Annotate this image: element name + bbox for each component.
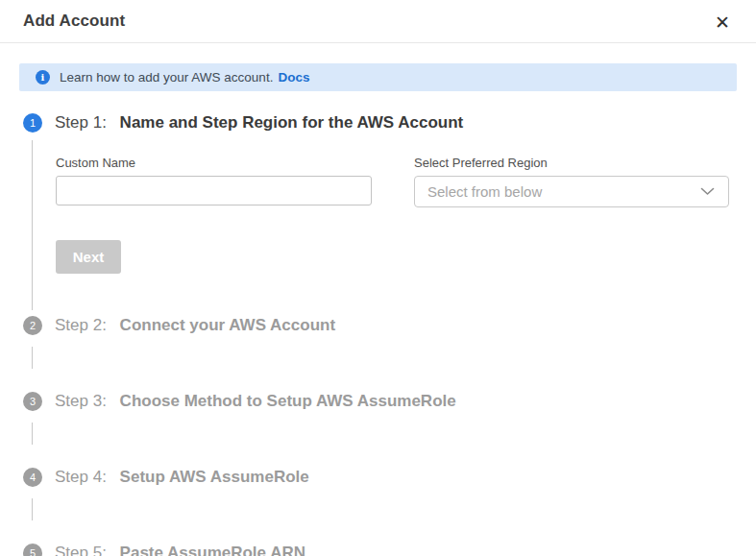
step-prefix: Step 4:	[55, 468, 107, 486]
banner-text: Learn how to add your AWS account.	[60, 70, 273, 85]
step-3-header: 3 Step 3: Choose Method to Setup AWS Ass…	[23, 392, 733, 411]
step-prefix: Step 2:	[55, 316, 107, 334]
step-5-header: 5 Step 5: Paste AssumeRole ARN	[23, 544, 733, 556]
step-1-heading: Step 1: Name and Step Region for the AWS…	[55, 113, 463, 133]
account-form-row: Custom Name Select Preferred Region Sele…	[56, 156, 733, 207]
region-select-placeholder: Select from below	[427, 183, 542, 200]
step-5-badge: 5	[23, 544, 42, 556]
close-icon[interactable]: ✕	[710, 10, 735, 35]
step-3-badge: 3	[23, 392, 42, 411]
region-label: Select Preferred Region	[414, 156, 729, 170]
step-prefix: Step 5:	[55, 544, 107, 556]
region-field-group: Select Preferred Region Select from belo…	[414, 156, 729, 207]
info-icon: i	[36, 70, 50, 85]
step-1-body: Custom Name Select Preferred Region Sele…	[32, 140, 733, 310]
step-connector	[23, 347, 733, 392]
step-title: Setup AWS AssumeRole	[120, 468, 309, 486]
step-4-heading: Step 4: Setup AWS AssumeRole	[55, 468, 309, 487]
chevron-down-icon	[700, 187, 715, 196]
step-title: Choose Method to Setup AWS AssumeRole	[120, 392, 456, 410]
step-title: Paste AssumeRole ARN	[120, 544, 305, 556]
page-title: Add Account	[23, 12, 125, 31]
step-wizard: 1 Step 1: Name and Step Region for the A…	[0, 113, 756, 556]
custom-name-label: Custom Name	[56, 156, 372, 170]
step-2-header: 2 Step 2: Connect your AWS Account	[23, 316, 733, 335]
region-select[interactable]: Select from below	[414, 176, 729, 207]
custom-name-input[interactable]	[56, 176, 372, 205]
step-title: Name and Step Region for the AWS Account	[120, 113, 464, 132]
step-4-header: 4 Step 4: Setup AWS AssumeRole	[23, 468, 733, 487]
docs-link[interactable]: Docs	[278, 70, 309, 85]
step-2-badge: 2	[23, 316, 42, 335]
custom-name-field-group: Custom Name	[56, 156, 372, 207]
step-prefix: Step 1:	[55, 113, 107, 132]
step-1-header: 1 Step 1: Name and Step Region for the A…	[23, 113, 733, 133]
step-connector	[23, 498, 733, 544]
step-prefix: Step 3:	[55, 392, 107, 410]
step-1-badge: 1	[23, 113, 42, 133]
step-title: Connect your AWS Account	[120, 316, 335, 334]
next-button[interactable]: Next	[56, 240, 121, 274]
step-5-heading: Step 5: Paste AssumeRole ARN	[55, 544, 305, 556]
step-2-heading: Step 2: Connect your AWS Account	[55, 316, 335, 335]
step-connector	[23, 423, 733, 468]
modal-header: Add Account ✕	[0, 0, 756, 43]
info-banner: i Learn how to add your AWS account. Doc…	[19, 63, 737, 91]
step-3-heading: Step 3: Choose Method to Setup AWS Assum…	[55, 392, 456, 411]
step-4-badge: 4	[23, 468, 42, 487]
